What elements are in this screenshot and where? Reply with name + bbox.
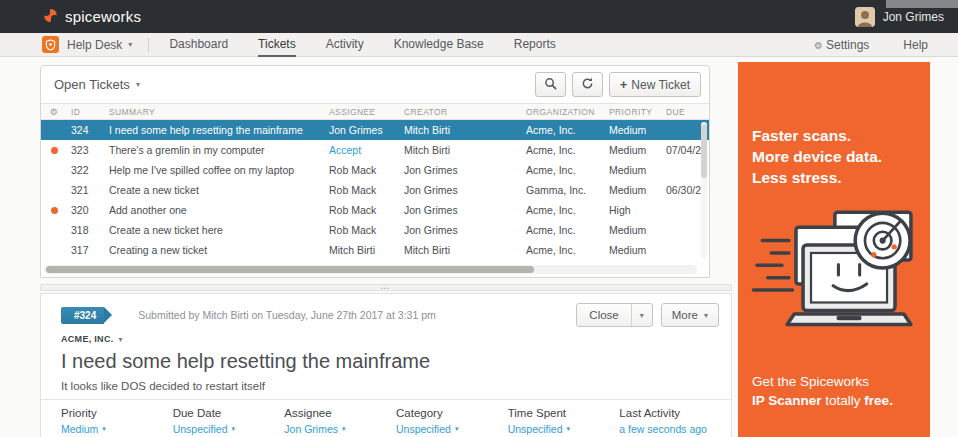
table-row[interactable]: 324 I need some help resetting the mainf… bbox=[41, 120, 709, 140]
cell-assignee: Rob Mack bbox=[325, 164, 400, 176]
horizontal-scrollbar[interactable] bbox=[44, 265, 697, 274]
cell-summary: Create a new ticket bbox=[105, 184, 325, 196]
cell-summary: There's a gremlin in my computer bbox=[105, 144, 325, 156]
chevron-down-icon: ▾ bbox=[640, 311, 644, 320]
field-value: a few seconds ago bbox=[619, 423, 707, 435]
field-value-dropdown[interactable]: Jon Grimes ▾ bbox=[284, 423, 396, 435]
help-desk-switcher[interactable]: Help Desk ▾ bbox=[67, 38, 132, 52]
close-button[interactable]: Close bbox=[577, 304, 630, 326]
nav-divider bbox=[148, 38, 149, 52]
field-value-dropdown[interactable]: a few seconds ago bbox=[619, 423, 731, 435]
chevron-down-icon: ▾ bbox=[119, 335, 123, 344]
app-name: Help Desk bbox=[67, 38, 122, 52]
cell-id: 320 bbox=[67, 204, 105, 216]
field-value-dropdown[interactable]: Unspecified ▾ bbox=[396, 423, 508, 435]
user-menu[interactable]: Jon Grimes bbox=[855, 7, 944, 27]
brand-text: spiceworks bbox=[65, 8, 141, 25]
table-row[interactable]: 322 Help me I've spilled coffee on my la… bbox=[41, 160, 709, 180]
nav-bar: Help Desk ▾ Dashboard Tickets Activity K… bbox=[0, 33, 958, 57]
organization-dropdown[interactable]: ACME, INC. ▾ bbox=[61, 334, 719, 344]
column-header-organization[interactable]: ORGANIZATION bbox=[522, 107, 605, 117]
field-value-dropdown[interactable]: Unspecified ▾ bbox=[508, 423, 620, 435]
column-settings-button[interactable]: ⚙ bbox=[41, 107, 67, 117]
ip-scanner-ad[interactable]: Faster scans. More device data. Less str… bbox=[738, 62, 930, 437]
table-row[interactable]: 321 Create a new ticket Rob Mack Jon Gri… bbox=[41, 180, 709, 200]
column-header-summary[interactable]: SUMMARY bbox=[105, 107, 325, 117]
cell-id: 317 bbox=[67, 244, 105, 256]
ticket-filter-dropdown[interactable]: Open Tickets ▾ bbox=[54, 77, 140, 92]
filter-label: Open Tickets bbox=[54, 77, 130, 92]
ticket-description: It looks like DOS decided to restart its… bbox=[61, 380, 719, 392]
ticket-field: Priority Medium ▾ bbox=[61, 407, 173, 437]
ticket-field: Assignee Jon Grimes ▾ bbox=[284, 407, 396, 437]
cell-assignee: Accept bbox=[325, 144, 400, 156]
field-value-dropdown[interactable]: Unspecified ▾ bbox=[173, 423, 285, 435]
cell-priority: Medium bbox=[605, 144, 662, 156]
search-button[interactable] bbox=[535, 72, 566, 97]
field-value: Medium bbox=[61, 423, 98, 435]
cell-creator: Jon Grimes bbox=[400, 224, 522, 236]
cell-priority: Medium bbox=[605, 124, 662, 136]
tab-tickets[interactable]: Tickets bbox=[258, 33, 296, 57]
cell-id: 323 bbox=[67, 144, 105, 156]
cell-summary: Add another one bbox=[105, 204, 325, 216]
field-value: Jon Grimes bbox=[284, 423, 338, 435]
field-value: Unspecified bbox=[173, 423, 228, 435]
close-options-button[interactable]: ▾ bbox=[631, 304, 652, 326]
cell-summary: Help me I've spilled coffee on my laptop bbox=[105, 164, 325, 176]
column-header-creator[interactable]: CREATOR bbox=[400, 107, 522, 117]
table-row[interactable]: 317 Creating a new ticket Mitch Birti Mi… bbox=[41, 240, 709, 260]
laptop-scanner-illustration bbox=[750, 205, 918, 331]
vertical-scrollbar[interactable] bbox=[701, 122, 707, 258]
new-ticket-button[interactable]: + New Ticket bbox=[609, 72, 701, 97]
refresh-button[interactable] bbox=[572, 72, 603, 97]
submitted-info: Submitted by Mitch Birti on Tuesday, Jun… bbox=[138, 309, 435, 321]
column-header-priority[interactable]: PRIORITY bbox=[605, 107, 662, 117]
tab-knowledge-base[interactable]: Knowledge Base bbox=[394, 33, 484, 57]
ticket-field: Time Spent Unspecified ▾ bbox=[508, 407, 620, 437]
vertical-scrollbar-thumb[interactable] bbox=[701, 124, 707, 178]
field-label: Time Spent bbox=[508, 407, 620, 419]
settings-link[interactable]: ⚙Settings bbox=[814, 38, 869, 52]
field-label: Priority bbox=[61, 407, 173, 419]
ticket-field: Category Unspecified ▾ bbox=[396, 407, 508, 437]
cell-organization: Acme, Inc. bbox=[522, 144, 605, 156]
gear-icon: ⚙ bbox=[814, 40, 823, 51]
table-row[interactable]: 323 There's a gremlin in my computer Acc… bbox=[41, 140, 709, 160]
ticket-table-body: 324 I need some help resetting the mainf… bbox=[41, 120, 709, 260]
chevron-down-icon: ▾ bbox=[455, 425, 459, 433]
tab-reports[interactable]: Reports bbox=[514, 33, 556, 57]
tab-dashboard[interactable]: Dashboard bbox=[169, 33, 228, 57]
panel-resize-handle[interactable]: ⋯ bbox=[40, 284, 732, 291]
cell-summary: I need some help resetting the mainframe bbox=[105, 124, 325, 136]
field-label: Last Activity bbox=[619, 407, 731, 419]
field-value-dropdown[interactable]: Medium ▾ bbox=[61, 423, 173, 435]
column-header-due[interactable]: DUE bbox=[662, 107, 709, 117]
help-link[interactable]: Help bbox=[903, 38, 928, 52]
column-header-assignee[interactable]: ASSIGNEE bbox=[325, 107, 400, 117]
table-row[interactable]: 320 Add another one Rob Mack Jon Grimes … bbox=[41, 200, 709, 220]
chevron-down-icon: ▾ bbox=[102, 425, 106, 433]
ad-cta: Get the Spiceworks IP Scanner totally fr… bbox=[752, 372, 893, 411]
cell-summary: Create a new ticket here bbox=[105, 224, 325, 236]
cell-organization: Gamma, Inc. bbox=[522, 184, 605, 196]
tab-activity[interactable]: Activity bbox=[326, 33, 364, 57]
more-button[interactable]: More ▾ bbox=[661, 303, 719, 327]
cell-assignee: Rob Mack bbox=[325, 224, 400, 236]
ticket-field: Last Activity a few seconds ago bbox=[619, 407, 731, 437]
new-ticket-label: New Ticket bbox=[631, 78, 690, 92]
cell-priority: Medium bbox=[605, 244, 662, 256]
table-row[interactable]: 318 Create a new ticket here Rob Mack Jo… bbox=[41, 220, 709, 240]
cell-assignee: Rob Mack bbox=[325, 184, 400, 196]
close-split-button[interactable]: Close ▾ bbox=[576, 303, 652, 327]
horizontal-scrollbar-thumb[interactable] bbox=[46, 266, 534, 273]
cropped-browser-element bbox=[886, 0, 958, 8]
cell-id: 322 bbox=[67, 164, 105, 176]
cell-creator: Jon Grimes bbox=[400, 184, 522, 196]
avatar[interactable] bbox=[855, 7, 875, 27]
unread-dot bbox=[51, 207, 58, 214]
column-header-id[interactable]: ID bbox=[67, 107, 105, 117]
chevron-down-icon: ▾ bbox=[136, 80, 140, 89]
cell-summary: Creating a new ticket bbox=[105, 244, 325, 256]
ticket-number-badge: #324 bbox=[61, 307, 104, 324]
